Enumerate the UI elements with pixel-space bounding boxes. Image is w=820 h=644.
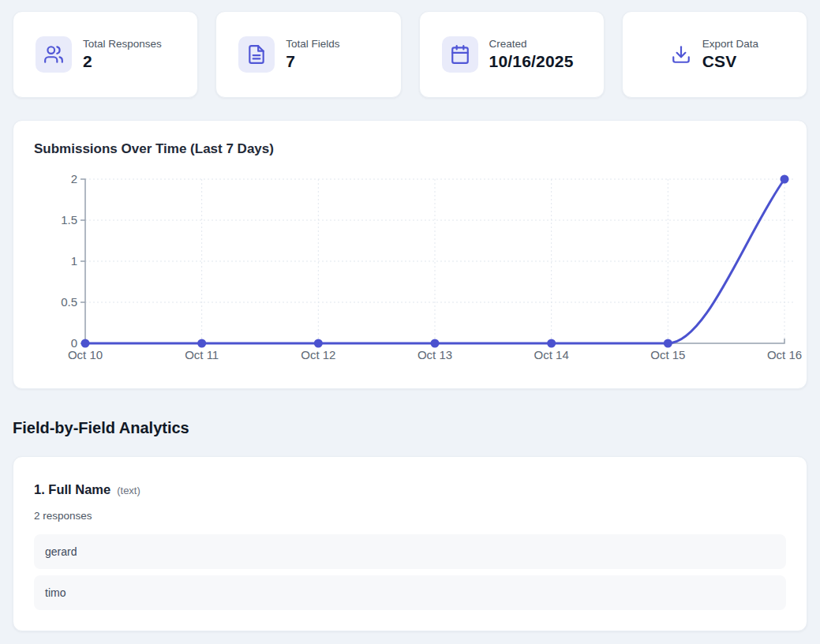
field-title: 1. Full Name [34, 482, 110, 497]
stat-value: CSV [702, 52, 758, 71]
stats-row: Total Responses 2 Total Fields 7 Created… [13, 11, 807, 98]
chart-title: Submissions Over Time (Last 7 Days) [13, 141, 807, 157]
field-type-label: (text) [117, 485, 140, 496]
stat-label: Total Responses [83, 38, 162, 50]
stat-card-created: Created 10/16/2025 [419, 11, 605, 98]
stat-label: Export Data [702, 38, 758, 50]
svg-text:Oct 14: Oct 14 [534, 348, 569, 361]
response-row: gerard [34, 534, 786, 569]
svg-text:Oct 12: Oct 12 [301, 348, 335, 361]
section-heading-analytics: Field-by-Field Analytics [13, 419, 807, 437]
export-csv-button[interactable]: Export Data CSV [622, 11, 807, 98]
svg-text:Oct 15: Oct 15 [650, 348, 685, 361]
stat-card-total-responses: Total Responses 2 [13, 11, 198, 98]
svg-text:1: 1 [71, 254, 77, 268]
svg-text:Oct 13: Oct 13 [417, 348, 452, 361]
file-text-icon [238, 36, 275, 73]
svg-text:Oct 10: Oct 10 [68, 348, 103, 361]
submissions-chart: 00.511.52Oct 10Oct 11Oct 12Oct 13Oct 14O… [13, 165, 807, 373]
stat-value: 2 [83, 52, 162, 71]
svg-text:Oct 16: Oct 16 [767, 348, 802, 361]
svg-text:2: 2 [71, 172, 77, 185]
svg-text:1.5: 1.5 [61, 213, 77, 227]
responses-list: gerard timo [34, 534, 786, 610]
stat-value: 7 [286, 52, 339, 71]
svg-text:Oct 11: Oct 11 [185, 348, 219, 361]
users-icon [36, 36, 72, 73]
stat-value: 10/16/2025 [489, 52, 574, 71]
line-chart-svg: 00.511.52Oct 10Oct 11Oct 12Oct 13Oct 14O… [13, 165, 807, 370]
stat-label: Total Fields [286, 38, 339, 50]
field-analytics-card: 1. Full Name (text) 2 responses gerard t… [13, 456, 807, 631]
download-icon [671, 44, 691, 65]
submissions-chart-card: Submissions Over Time (Last 7 Days) 00.5… [13, 120, 807, 389]
field-response-count: 2 responses [34, 510, 786, 522]
calendar-icon [442, 36, 478, 73]
stat-card-total-fields: Total Fields 7 [215, 11, 401, 98]
svg-text:0.5: 0.5 [61, 295, 77, 309]
response-row: timo [34, 575, 786, 610]
stat-label: Created [489, 38, 574, 50]
